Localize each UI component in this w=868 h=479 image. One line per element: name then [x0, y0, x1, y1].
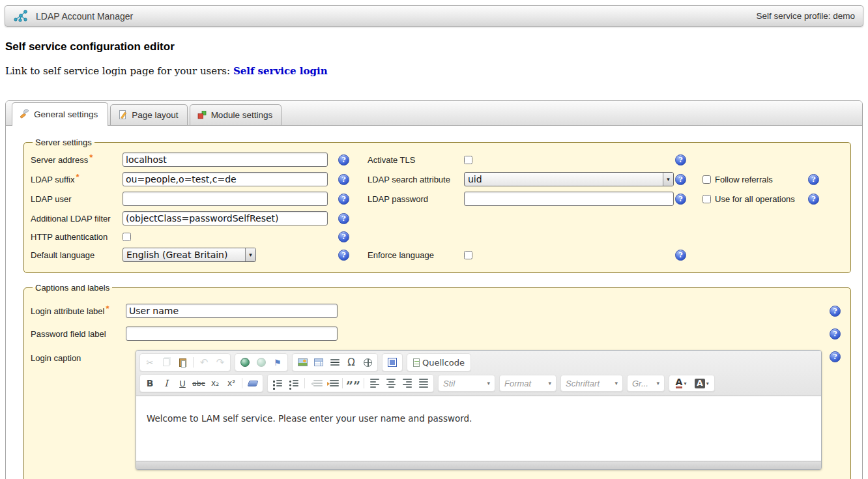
- source-button-label: Quellcode: [422, 358, 465, 368]
- anchor-button[interactable]: ⚑: [270, 355, 285, 370]
- blockquote-button[interactable]: ””: [345, 375, 361, 391]
- row-default-language: Default language English (Great Britain)…: [31, 245, 844, 265]
- help-icon[interactable]: ?: [338, 213, 349, 224]
- login-caption-label: Login caption: [31, 353, 81, 363]
- underline-button[interactable]: U: [175, 375, 190, 391]
- help-icon[interactable]: ?: [338, 194, 349, 205]
- help-icon[interactable]: ?: [338, 154, 349, 166]
- top-bar: LDAP Account Manager Self service profil…: [5, 5, 863, 27]
- modules-blocks-icon: [197, 109, 207, 120]
- login-caption-text: Welcome to LAM self service. Please ente…: [147, 413, 811, 424]
- iframe-button[interactable]: [360, 355, 375, 370]
- login-caption-editor-content[interactable]: Welcome to LAM self service. Please ente…: [136, 396, 821, 461]
- superscript-button[interactable]: x²: [224, 375, 239, 391]
- login-attribute-label-input[interactable]: [126, 304, 338, 318]
- tab-module-settings[interactable]: Module settings: [190, 104, 282, 125]
- row-login-caption: Login caption ✂ ↶ ↷: [31, 350, 844, 470]
- required-marker-icon: *: [76, 172, 79, 182]
- ldap-search-attribute-label: LDAP search attribute: [368, 175, 450, 184]
- chevron-down-icon: ▾: [487, 380, 490, 386]
- align-center-button[interactable]: [383, 375, 399, 391]
- source-button[interactable]: Quellcode: [409, 355, 469, 370]
- subscript-button[interactable]: x₂: [207, 375, 223, 391]
- row-additional-ldap-filter: Additional LDAP filter ?: [31, 209, 844, 228]
- maximize-button[interactable]: [384, 355, 400, 370]
- italic-button[interactable]: I: [158, 375, 174, 391]
- chevron-down-icon: ▾: [663, 173, 673, 186]
- wrench-icon: [20, 109, 30, 119]
- help-icon[interactable]: ?: [675, 194, 686, 205]
- chevron-down-icon: ▾: [706, 381, 709, 386]
- paste-button[interactable]: [175, 355, 190, 370]
- cut-button: ✂: [142, 355, 158, 370]
- ldap-user-input[interactable]: [123, 192, 328, 206]
- format-dropdown[interactable]: Format ▾: [499, 375, 557, 392]
- styles-dropdown[interactable]: Stil ▾: [438, 375, 495, 392]
- config-tab-widget: General settings Page layout Module sett…: [5, 100, 863, 479]
- bullet-list-button[interactable]: [286, 375, 302, 391]
- default-language-select[interactable]: English (Great Britain) ▾: [123, 248, 256, 262]
- page-pencil-icon: [117, 109, 128, 120]
- help-icon[interactable]: ?: [830, 351, 841, 362]
- use-for-all-operations-label: Use for all operations: [715, 194, 795, 204]
- strikethrough-button[interactable]: abc: [191, 375, 207, 391]
- help-icon[interactable]: ?: [808, 194, 819, 205]
- help-icon[interactable]: ?: [675, 250, 686, 261]
- help-icon[interactable]: ?: [675, 154, 686, 166]
- font-dropdown[interactable]: Schriftart ▾: [560, 375, 623, 392]
- login-link-intro: Link to self service login page for your…: [5, 65, 868, 77]
- additional-ldap-filter-input[interactable]: [123, 211, 328, 225]
- follow-referrals-group: Follow referrals ?: [702, 174, 844, 185]
- activate-tls-label: Activate TLS: [368, 155, 415, 165]
- row-http-authentication: HTTP authentication ?: [31, 228, 844, 245]
- page-title: Self service configuration editor: [5, 40, 868, 53]
- profile-label: Self service profile: demo: [756, 11, 855, 21]
- tab-general-settings[interactable]: General settings: [12, 102, 108, 126]
- server-address-input[interactable]: [123, 152, 328, 167]
- password-field-label: Password field label: [31, 329, 106, 339]
- bold-button[interactable]: B: [142, 375, 158, 391]
- help-icon[interactable]: ?: [830, 306, 841, 317]
- self-service-login-link[interactable]: Self service login: [233, 65, 328, 77]
- remove-format-button[interactable]: [245, 375, 261, 391]
- numbered-list-button[interactable]: [270, 375, 285, 391]
- ldap-password-input[interactable]: [464, 192, 674, 206]
- help-icon[interactable]: ?: [338, 174, 349, 185]
- horizontal-rule-button[interactable]: [327, 355, 343, 370]
- server-address-label: Server address: [31, 155, 88, 165]
- background-color-button[interactable]: A▾: [691, 375, 712, 391]
- captions-labels-legend: Captions and labels: [33, 283, 112, 293]
- ldap-search-attribute-select[interactable]: uid ▾: [464, 172, 674, 186]
- align-left-button[interactable]: [367, 375, 383, 391]
- enforce-language-checkbox[interactable]: [464, 251, 472, 259]
- ldap-suffix-input[interactable]: [123, 172, 328, 186]
- help-icon[interactable]: ?: [808, 174, 819, 185]
- http-authentication-checkbox[interactable]: [123, 233, 131, 241]
- table-button[interactable]: [311, 355, 326, 370]
- help-icon[interactable]: ?: [830, 328, 841, 340]
- use-for-all-operations-checkbox[interactable]: [702, 195, 711, 203]
- help-icon[interactable]: ?: [338, 250, 349, 261]
- captions-labels-fieldset: Captions and labels Login attribute labe…: [23, 283, 851, 479]
- activate-tls-checkbox[interactable]: [464, 156, 472, 164]
- special-character-button[interactable]: Ω: [343, 355, 359, 370]
- text-color-button[interactable]: A▾: [671, 375, 691, 391]
- outdent-button: [308, 375, 323, 391]
- help-icon[interactable]: ?: [338, 231, 349, 242]
- help-icon[interactable]: ?: [675, 174, 686, 185]
- ldap-password-label: LDAP password: [368, 194, 428, 204]
- justify-button[interactable]: [416, 375, 431, 391]
- tab-page-layout[interactable]: Page layout: [110, 104, 187, 125]
- size-dropdown[interactable]: Gr... ▾: [627, 375, 665, 392]
- image-button[interactable]: [295, 355, 310, 370]
- tab-page-layout-label: Page layout: [132, 110, 178, 120]
- password-field-label-input[interactable]: [126, 327, 338, 341]
- font-dropdown-label: Schriftart: [566, 379, 600, 388]
- use-for-all-operations-group: Use for all operations ?: [702, 194, 844, 205]
- follow-referrals-checkbox[interactable]: [702, 175, 711, 184]
- chevron-down-icon: ▾: [684, 381, 686, 386]
- align-right-button[interactable]: [399, 375, 415, 391]
- indent-button[interactable]: [324, 375, 340, 391]
- link-button[interactable]: [237, 355, 253, 370]
- ldap-suffix-label: LDAP suffix: [31, 175, 74, 184]
